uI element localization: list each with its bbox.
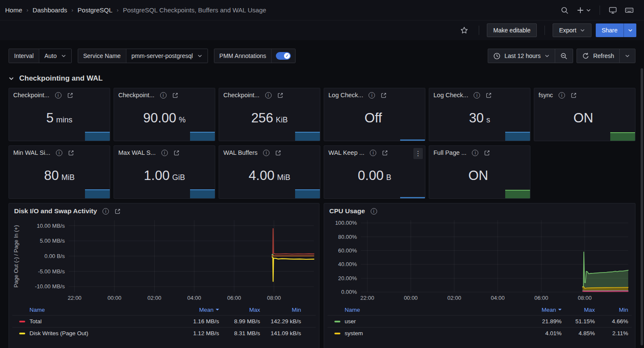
make-editable-button[interactable]: Make editable	[487, 23, 537, 37]
stat-value: ON	[574, 110, 594, 125]
cpu-usage-chart[interactable]: 100.00%80.00%60.00%40.00%20.00%0.00%22:0…	[328, 216, 632, 303]
panel-title[interactable]: Checkpoint...	[118, 92, 155, 99]
svg-text:22:00: 22:00	[360, 295, 374, 301]
info-icon[interactable]: i	[160, 92, 167, 99]
service-name-value: pmm-server-postgresql	[132, 52, 193, 59]
legend-header-max[interactable]: Max	[219, 307, 260, 313]
panel-title[interactable]: Log Check...	[433, 92, 468, 99]
info-icon[interactable]: i	[265, 92, 272, 99]
info-icon[interactable]: i	[370, 150, 376, 156]
external-link-icon[interactable]	[277, 92, 284, 99]
svg-text:100.00%: 100.00%	[335, 220, 357, 226]
legend-max-value: 4.85%	[562, 330, 595, 336]
breadcrumb-dashboards[interactable]: Dashboards	[32, 6, 67, 14]
external-link-icon[interactable]	[67, 92, 73, 99]
info-icon[interactable]: i	[559, 92, 565, 99]
refresh-interval-button[interactable]	[619, 49, 635, 63]
interval-select[interactable]: Auto	[39, 49, 71, 63]
pmm-annotations-toggle[interactable]: ✓	[276, 52, 291, 60]
info-icon[interactable]: i	[472, 150, 478, 156]
external-link-icon[interactable]	[382, 150, 388, 156]
legend-header-mean[interactable]: Mean	[528, 307, 562, 313]
legend-header-name[interactable]: Name	[12, 307, 178, 313]
legend-header-min[interactable]: Min	[595, 307, 628, 313]
external-link-icon[interactable]	[571, 92, 577, 99]
time-range-button[interactable]: Last 12 hours	[488, 49, 555, 63]
page-scrollbar[interactable]	[641, 68, 643, 345]
keyboard-shortcuts-button[interactable]	[622, 3, 636, 17]
info-icon[interactable]: i	[371, 208, 377, 215]
svg-text:08:00: 08:00	[578, 295, 591, 301]
info-icon[interactable]: i	[102, 208, 109, 215]
legend-header-name[interactable]: Name	[328, 307, 528, 313]
panel-title[interactable]: Checkpoint...	[223, 92, 260, 99]
clock-icon	[493, 52, 501, 60]
breadcrumb-home[interactable]: Home	[5, 6, 22, 14]
stat-value: Off	[365, 110, 382, 125]
disk-io-chart[interactable]: 10.00 MB/s5.00 MB/s0.00 B/s-5.00 MB/s-10…	[12, 216, 316, 303]
info-icon[interactable]: i	[263, 150, 269, 156]
legend-max-value: 8.99 MB/s	[219, 318, 260, 325]
panel-title[interactable]: WAL Keep ...	[328, 149, 364, 156]
external-link-icon[interactable]	[486, 92, 492, 99]
breadcrumb-folder-postgresql[interactable]: PostgreSQL	[78, 6, 113, 14]
info-icon[interactable]: i	[56, 150, 62, 156]
disk-io-panel: Disk I/O and Swap Activity i 10.00 MB/s5…	[9, 203, 319, 348]
panel-menu-kebab[interactable]: ⋮	[413, 148, 423, 159]
favorite-button[interactable]	[457, 24, 471, 36]
legend-series-name[interactable]: Total	[29, 318, 42, 325]
refresh-button[interactable]: Refresh	[577, 49, 619, 63]
new-button[interactable]	[574, 4, 594, 17]
legend-series-name[interactable]: user	[345, 318, 356, 325]
stat-unit: mins	[56, 116, 73, 124]
section-row-checkpointing[interactable]: Checkpointing and WAL	[0, 63, 644, 88]
legend-header-mean[interactable]: Mean	[178, 307, 219, 313]
external-link-icon[interactable]	[275, 150, 281, 156]
panel-title[interactable]: Checkpoint...	[13, 92, 50, 99]
svg-text:-5.00 MB/s: -5.00 MB/s	[38, 268, 65, 275]
service-name-select[interactable]: pmm-server-postgresql	[126, 49, 208, 63]
legend-min-value: 2.11%	[595, 330, 628, 336]
panel-title[interactable]: Disk I/O and Swap Activity	[14, 207, 97, 215]
sparkline	[85, 189, 110, 198]
legend-series-name[interactable]: Disk Writes (Page Out)	[29, 330, 88, 336]
external-link-icon[interactable]	[173, 150, 180, 156]
zoom-out-button[interactable]	[555, 49, 573, 63]
external-link-icon[interactable]	[381, 92, 387, 99]
panel-title[interactable]: CPU Usage	[329, 207, 365, 215]
chevron-down-icon	[580, 28, 585, 33]
legend-header-min[interactable]: Min	[260, 307, 301, 313]
panel-title[interactable]: fsync	[539, 92, 553, 99]
svg-text:80.00%: 80.00%	[338, 234, 357, 240]
panel-title[interactable]: Max WAL S...	[118, 149, 156, 156]
external-link-icon[interactable]	[114, 208, 121, 215]
info-icon[interactable]: i	[55, 92, 61, 99]
sparkline	[400, 197, 425, 198]
stat-value: 4.00	[249, 168, 274, 183]
panel-title[interactable]: WAL Buffers	[223, 149, 258, 156]
panel-title[interactable]: Full Page ...	[433, 149, 466, 156]
info-icon[interactable]: i	[474, 92, 480, 99]
search-button[interactable]	[558, 3, 571, 17]
stat-value: 256	[251, 110, 273, 125]
legend-header-max[interactable]: Max	[562, 307, 595, 313]
info-icon[interactable]: i	[369, 92, 375, 99]
svg-text:60.00%: 60.00%	[338, 247, 357, 254]
panel-title[interactable]: Min WAL Si...	[13, 149, 50, 156]
share-button[interactable]: Share	[596, 23, 624, 37]
legend-series-name[interactable]: system	[345, 330, 363, 336]
stat-unit: MiB	[277, 173, 290, 182]
svg-text:0.00 B/s: 0.00 B/s	[44, 253, 65, 259]
kiosk-mode-button[interactable]	[606, 3, 620, 17]
external-link-icon[interactable]	[172, 92, 179, 99]
svg-text:06:00: 06:00	[534, 295, 548, 301]
panel-title[interactable]: Log Check...	[328, 92, 363, 99]
export-button[interactable]: Export	[553, 23, 591, 37]
legend-max-value: 51.15%	[562, 318, 595, 325]
share-caret-button[interactable]	[624, 23, 636, 37]
external-link-icon[interactable]	[484, 150, 490, 156]
svg-text:Page Out (-) / Page In (+): Page Out (-) / Page In (+)	[13, 225, 19, 288]
info-icon[interactable]: i	[161, 150, 168, 156]
stat-unit: s	[486, 116, 490, 124]
external-link-icon[interactable]	[68, 150, 74, 156]
